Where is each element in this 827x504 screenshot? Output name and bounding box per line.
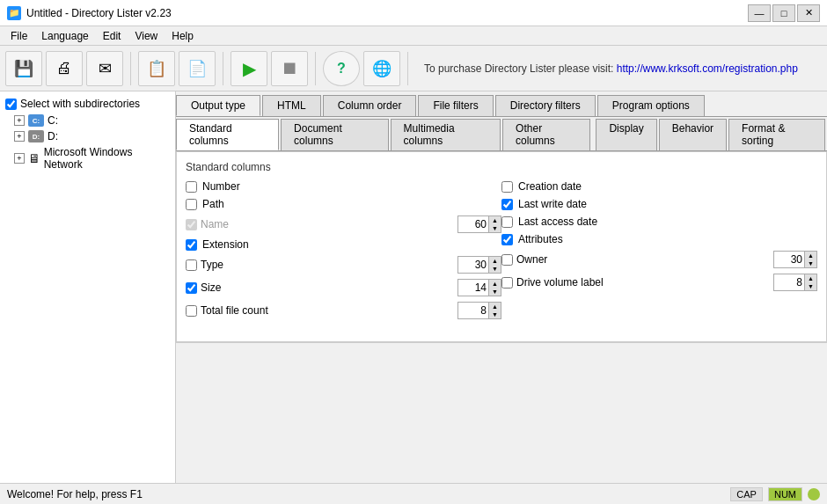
tab-output-type[interactable]: Output type	[176, 95, 260, 116]
last-write-date-checkbox[interactable]	[501, 199, 513, 210]
last-access-date-checkbox[interactable]	[501, 216, 513, 228]
window-title: Untitled - Directory Lister v2.23	[26, 7, 172, 19]
owner-spin-input[interactable]	[774, 252, 804, 267]
type-spin-up[interactable]: ▲	[488, 257, 501, 265]
size-spin-up[interactable]: ▲	[488, 280, 501, 288]
section-title: Standard columns	[186, 161, 817, 173]
name-label: Name	[201, 218, 454, 230]
name-spin-input[interactable]	[458, 216, 488, 232]
expand-d-icon[interactable]: +	[14, 131, 25, 142]
extension-label: Extension	[202, 238, 249, 251]
select-subdirectories-header[interactable]: Select with subdirectories	[0, 95, 175, 113]
toolbar-separator-4	[407, 52, 408, 85]
tab-display[interactable]: Display	[596, 119, 656, 150]
help-button[interactable]: ?	[323, 51, 360, 86]
extension-checkbox[interactable]	[186, 239, 197, 251]
select-subdirectories-label[interactable]: Select with subdirectories	[20, 98, 140, 110]
menu-edit[interactable]: Edit	[96, 28, 128, 44]
menu-help[interactable]: Help	[165, 28, 201, 44]
name-row: Name ▲ ▼	[186, 215, 501, 233]
web-button[interactable]: 🌐	[363, 51, 400, 86]
number-checkbox[interactable]	[186, 181, 197, 193]
expand-c-icon[interactable]: +	[14, 115, 25, 126]
tab-behavior[interactable]: Behavior	[659, 119, 727, 150]
size-checkbox[interactable]	[186, 282, 197, 294]
menu-file[interactable]: File	[4, 28, 34, 44]
right-panel: Output type HTML Column order File filte…	[176, 91, 827, 483]
minimize-button[interactable]: —	[748, 4, 771, 22]
total-file-count-spin-up[interactable]: ▲	[488, 303, 501, 310]
maximize-button[interactable]: □	[772, 4, 795, 22]
print-button[interactable]: 🖨	[46, 51, 83, 86]
tab-format-sorting[interactable]: Format & sorting	[728, 119, 825, 150]
sidebar-item-d-drive[interactable]: + D: D:	[0, 128, 175, 144]
tab-html[interactable]: HTML	[262, 95, 321, 116]
tab-other-columns[interactable]: Other columns	[502, 119, 590, 150]
owner-spin-down[interactable]: ▼	[804, 259, 816, 267]
number-row: Number	[186, 180, 501, 193]
left-columns: Number Path Name ▲	[186, 180, 501, 319]
drive-volume-label-checkbox[interactable]	[501, 277, 513, 289]
toolbar-separator-3	[315, 52, 316, 85]
size-spin-down[interactable]: ▼	[488, 288, 501, 296]
tab-standard-columns[interactable]: Standard columns	[176, 119, 279, 150]
expand-network-icon[interactable]: +	[14, 153, 25, 164]
creation-date-checkbox[interactable]	[501, 181, 513, 193]
total-file-count-spin-down[interactable]: ▼	[488, 310, 501, 318]
sidebar: Select with subdirectories + C: C: + D: …	[0, 91, 176, 483]
stop-button[interactable]: ⏹	[271, 51, 308, 86]
email-button[interactable]: ✉	[86, 51, 123, 86]
attributes-checkbox[interactable]	[501, 234, 513, 245]
tab-column-order[interactable]: Column order	[323, 95, 417, 116]
drive-volume-label-spin-input[interactable]	[774, 274, 804, 290]
ad-link[interactable]: http://www.krksoft.com/registration.php	[617, 62, 798, 75]
menu-language[interactable]: Language	[34, 28, 95, 44]
num-badge: NUM	[768, 487, 802, 501]
tab-document-columns[interactable]: Document columns	[281, 119, 389, 150]
play-button[interactable]: ▶	[231, 51, 267, 86]
close-button[interactable]: ✕	[797, 4, 820, 22]
toolbar-separator-1	[130, 52, 131, 85]
tab-file-filters[interactable]: File filters	[418, 95, 493, 116]
name-spinbox: ▲ ▼	[457, 215, 501, 233]
extension-row: Extension	[186, 238, 501, 251]
drive-volume-label-spin-up[interactable]: ▲	[804, 274, 816, 282]
path-checkbox[interactable]	[186, 199, 197, 210]
paste-button[interactable]: 📄	[179, 51, 216, 86]
drive-volume-label-label: Drive volume label	[516, 276, 770, 289]
last-write-date-row: Last write date	[501, 198, 817, 210]
tab-program-options[interactable]: Program options	[597, 95, 705, 116]
save-button[interactable]: 💾	[5, 51, 42, 86]
size-spinbox: ▲ ▼	[457, 279, 501, 296]
type-spin-input[interactable]	[458, 257, 488, 273]
owner-checkbox[interactable]	[501, 254, 513, 266]
last-access-date-label: Last access date	[518, 215, 597, 228]
name-checkbox	[186, 219, 197, 230]
total-file-count-spin-input[interactable]	[458, 303, 488, 318]
type-checkbox[interactable]	[186, 259, 197, 271]
columns-grid: Number Path Name ▲	[186, 180, 817, 319]
sidebar-item-c-drive[interactable]: + C: C:	[0, 113, 175, 128]
creation-date-row: Creation date	[501, 180, 817, 193]
name-spin-down[interactable]: ▼	[488, 224, 501, 232]
select-subdirectories-checkbox[interactable]	[5, 99, 17, 110]
drive-volume-label-spin-buttons: ▲ ▼	[804, 274, 816, 290]
name-spin-up[interactable]: ▲	[488, 216, 501, 224]
copy-button[interactable]: 📋	[138, 51, 175, 86]
tab-directory-filters[interactable]: Directory filters	[495, 95, 596, 116]
total-file-count-spin-buttons: ▲ ▼	[488, 303, 501, 318]
creation-date-label: Creation date	[518, 180, 582, 193]
sidebar-item-network[interactable]: + 🖥 Microsoft Windows Network	[0, 144, 175, 172]
status-bar: Welcome! For help, press F1 CAP NUM	[0, 483, 827, 504]
d-drive-icon: D:	[28, 130, 44, 142]
drive-volume-label-spin-down[interactable]: ▼	[804, 282, 816, 290]
attributes-label: Attributes	[518, 233, 563, 245]
total-file-count-checkbox[interactable]	[186, 305, 197, 317]
tab-multimedia-columns[interactable]: Multimedia columns	[391, 119, 501, 150]
owner-spin-up[interactable]: ▲	[804, 252, 816, 259]
type-spin-down[interactable]: ▼	[488, 265, 501, 273]
total-file-count-label: Total file count	[201, 304, 454, 317]
size-spin-input[interactable]	[458, 280, 488, 296]
size-row: Size ▲ ▼	[186, 279, 501, 296]
menu-view[interactable]: View	[128, 28, 165, 44]
